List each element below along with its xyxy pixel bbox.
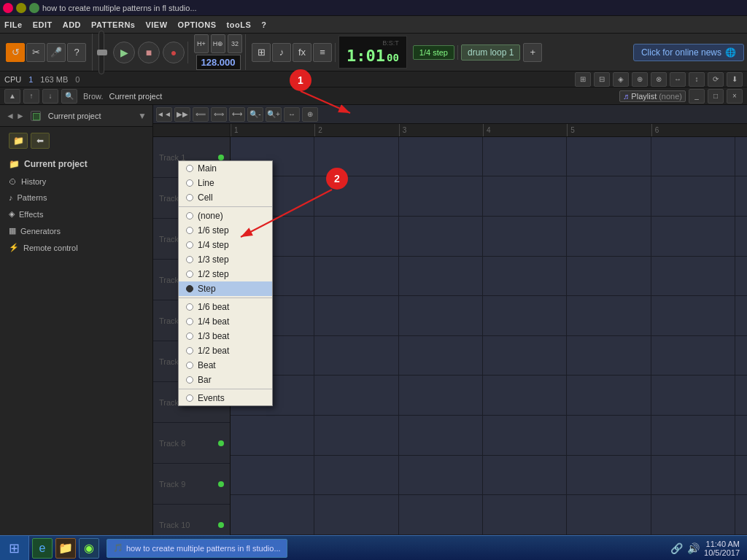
dd-item-beat[interactable]: Beat xyxy=(179,358,272,373)
track-row-8[interactable] xyxy=(231,416,747,456)
pl-tool3[interactable]: ◈ xyxy=(613,72,629,87)
drum-loop-label[interactable]: drum loop 1 xyxy=(461,44,520,61)
pl-tool4[interactable]: ⊕ xyxy=(632,72,648,87)
track-1-cell-2[interactable] xyxy=(314,137,398,176)
playlist-close[interactable]: × xyxy=(727,89,743,104)
track-row-5[interactable] xyxy=(231,296,747,336)
sidebar-menu[interactable]: ▼ xyxy=(138,111,147,121)
dd-item-1-2-step[interactable]: 1/2 step xyxy=(179,267,272,281)
pl-tool9[interactable]: ⬇ xyxy=(727,72,743,87)
bpm-extra2[interactable]: H⊕ xyxy=(211,34,225,53)
step-beat-selector[interactable]: 1/4 step xyxy=(413,45,454,60)
volume-slider[interactable] xyxy=(98,31,104,74)
track-row-1[interactable] xyxy=(231,137,747,177)
mic-button[interactable]: 🎤 xyxy=(47,43,66,62)
record-button[interactable]: ● xyxy=(163,42,185,63)
dd-item-main[interactable]: Main xyxy=(179,161,272,176)
pl-up[interactable]: ↑ xyxy=(23,89,39,104)
mixer-button[interactable]: ⊞ xyxy=(252,43,271,62)
online-news-button[interactable]: Click for online news 🌐 xyxy=(633,44,744,61)
taskbar-fl-studio[interactable]: 🎵 how to create multiple patterns in fl … xyxy=(107,539,287,558)
track-row-6[interactable] xyxy=(231,336,747,376)
help-button[interactable]: ? xyxy=(67,43,86,62)
dd-item-1-4-beat[interactable]: 1/4 beat xyxy=(179,314,272,329)
bpm-extra1[interactable]: H+ xyxy=(194,34,209,53)
pl-search[interactable]: 🔍 xyxy=(61,89,77,104)
menu-help[interactable]: ? xyxy=(261,20,266,29)
pl-tool2[interactable]: ⊟ xyxy=(594,72,610,87)
menu-options[interactable]: OPTIONS xyxy=(178,20,217,29)
sidebar-item-patterns[interactable]: ♪ Patterns xyxy=(0,190,152,206)
sidebar-back[interactable]: ◄ xyxy=(6,111,15,121)
plt-btn3[interactable]: ⟸ xyxy=(193,107,209,122)
track-row-2[interactable] xyxy=(231,176,747,217)
piano-button[interactable]: ♪ xyxy=(272,43,291,62)
sidebar-add-folder[interactable]: 📁 xyxy=(9,133,28,149)
sidebar-item-remote-control[interactable]: ⚡ Remote control xyxy=(0,239,152,256)
plt-btn7[interactable]: 🔍+ xyxy=(266,107,282,122)
plt-btn9[interactable]: ⊕ xyxy=(302,107,318,122)
sidebar-item-generators[interactable]: ▦ Generators xyxy=(0,222,152,239)
loop-button[interactable]: ↺ xyxy=(6,43,25,62)
taskbar-app-chrome[interactable]: ◉ xyxy=(79,538,99,559)
menu-patterns[interactable]: PATTERNs xyxy=(91,20,135,29)
track-row-9[interactable] xyxy=(231,456,747,496)
start-button[interactable]: ⊞ xyxy=(0,536,29,561)
dd-item-1-3-beat[interactable]: 1/3 beat xyxy=(179,329,272,343)
browser-button[interactable]: ≡ xyxy=(313,43,332,62)
sidebar-forward[interactable]: ► xyxy=(16,111,25,121)
dd-item-1-6-beat[interactable]: 1/6 beat xyxy=(179,300,272,314)
dd-item-1-6-step[interactable]: 1/6 step xyxy=(179,223,272,238)
drum-loop-add[interactable]: + xyxy=(523,43,542,62)
sidebar-bookmark[interactable]: ⬅ xyxy=(31,133,50,149)
playlist-minimize[interactable]: _ xyxy=(689,89,705,104)
playlist-maximize[interactable]: □ xyxy=(708,89,724,104)
pl-collapse[interactable]: ▲ xyxy=(4,89,20,104)
track-1-cell-3[interactable] xyxy=(399,137,483,176)
bpm-extra3[interactable]: 32 xyxy=(228,34,242,53)
track-row-7[interactable] xyxy=(231,376,747,416)
dd-item-cell[interactable]: Cell xyxy=(179,190,272,205)
menu-tools[interactable]: tooLS xyxy=(227,20,252,29)
dd-item-step[interactable]: Step xyxy=(179,281,272,296)
sidebar-item-effects[interactable]: ◈ Effects xyxy=(0,206,152,222)
menu-edit[interactable]: EDIT xyxy=(33,20,53,29)
pl-tool8[interactable]: ⟳ xyxy=(708,72,724,87)
taskbar-app-ie[interactable]: e xyxy=(32,538,53,559)
close-button[interactable] xyxy=(3,3,13,13)
fx-button[interactable]: fx xyxy=(293,43,311,62)
bpm-display[interactable]: 128.000 xyxy=(196,55,241,70)
plt-btn1[interactable]: ◄◄ xyxy=(156,107,172,122)
pl-tool7[interactable]: ↕ xyxy=(689,72,705,87)
taskbar-app-files[interactable]: 📁 xyxy=(55,538,76,559)
pl-tool1[interactable]: ⊞ xyxy=(575,72,591,87)
plt-btn2[interactable]: ▶▶ xyxy=(174,107,190,122)
track-row-3[interactable] xyxy=(231,217,747,257)
dd-item-events[interactable]: Events xyxy=(179,391,272,405)
track-row-10[interactable] xyxy=(231,495,747,535)
menu-add[interactable]: ADD xyxy=(63,20,81,29)
cut-button[interactable]: ✂ xyxy=(26,43,45,62)
track-row-4[interactable] xyxy=(231,257,747,297)
maximize-button[interactable] xyxy=(29,3,39,13)
dd-item-bar[interactable]: Bar xyxy=(179,373,272,387)
dd-item-1-4-step[interactable]: 1/4 step xyxy=(179,238,272,252)
track-1-cell-5[interactable] xyxy=(567,137,651,176)
dd-item-1-3-step[interactable]: 1/3 step xyxy=(179,252,272,267)
sidebar-item-history[interactable]: ⏲ History xyxy=(0,174,152,190)
dd-item-none[interactable]: (none) xyxy=(179,209,272,223)
track-1-cell-4[interactable] xyxy=(483,137,567,176)
dd-item-1-2-beat[interactable]: 1/2 beat xyxy=(179,343,272,358)
plt-btn5[interactable]: ⟷ xyxy=(229,107,245,122)
plt-btn6[interactable]: 🔍- xyxy=(247,107,263,122)
pl-tool6[interactable]: ↔ xyxy=(670,72,686,87)
plt-btn4[interactable]: ⟺ xyxy=(211,107,227,122)
menu-view[interactable]: VIEW xyxy=(145,20,167,29)
dd-item-line[interactable]: Line xyxy=(179,176,272,190)
pl-down[interactable]: ↓ xyxy=(42,89,58,104)
track-1-cell-6[interactable] xyxy=(651,137,735,176)
plt-btn8[interactable]: ↔ xyxy=(284,107,300,122)
minimize-button[interactable] xyxy=(16,3,26,13)
pl-tool5[interactable]: ⊗ xyxy=(651,72,667,87)
menu-file[interactable]: FILe xyxy=(4,20,23,29)
